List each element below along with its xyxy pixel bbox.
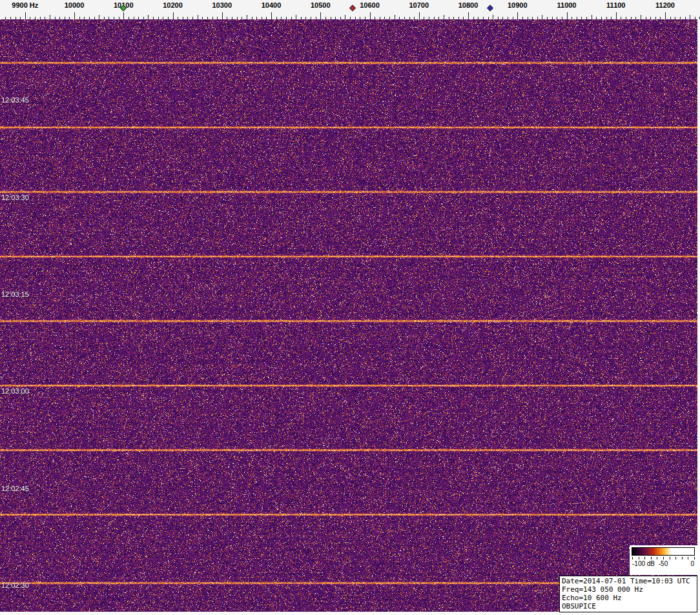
freq-tick (370, 12, 371, 19)
colorbar-tick (644, 557, 645, 560)
time-label-120300: 12:03:00 (1, 387, 29, 395)
freq-tick (542, 15, 542, 19)
freq-tick (320, 12, 321, 19)
freq-tick (419, 12, 420, 19)
freq-tick (345, 15, 345, 19)
freq-tick (690, 15, 690, 19)
freq-tick (25, 12, 26, 19)
time-label-120345: 12:03:45 (1, 96, 29, 104)
info-frequency: Freq=143 050 000 Hz (562, 585, 695, 594)
spectrogram-app: 9900 Hz100001010010200103001040010500106… (0, 0, 700, 615)
freq-tick (641, 15, 641, 19)
time-label-120330: 12:03:30 (1, 194, 29, 201)
colorbar-tick (688, 557, 688, 560)
colorbar-tick (694, 557, 695, 560)
freq-tick (517, 12, 518, 19)
freq-label-10500: 10500 (311, 1, 331, 9)
waterfall-area: 12:03:4512:03:3012:03:1512:03:0012:02:45… (0, 19, 700, 615)
colorbar-tick (651, 557, 652, 560)
freq-tick (173, 12, 174, 19)
freq-label-10300: 10300 (212, 1, 232, 9)
freq-tick (148, 15, 149, 19)
freq-tick (616, 12, 617, 19)
freq-tick (567, 12, 568, 19)
colorbar-tick (682, 557, 683, 560)
colorbar-label-max: 0 (690, 560, 694, 567)
time-label-120230: 12:02:30 (1, 581, 29, 589)
freq-label-11200: 11200 (655, 1, 675, 9)
time-label-120315: 12:03:15 (1, 290, 29, 298)
colorbar-tick (663, 557, 664, 560)
freq-label-10600: 10600 (360, 1, 380, 9)
info-echo-freq: Echo=10 600 Hz (562, 594, 695, 602)
freq-label-10200: 10200 (163, 1, 183, 9)
colorbar-tick (657, 557, 657, 560)
marker-diamond-blue[interactable] (487, 5, 493, 12)
freq-tick (247, 15, 247, 19)
freq-tick (123, 12, 124, 19)
colorbar-labels: -100 dB -50 0 (632, 560, 694, 569)
freq-tick (665, 12, 666, 19)
freq-tick (74, 12, 75, 19)
freq-tick (592, 15, 592, 19)
freq-label-9900: 9900 Hz (12, 1, 38, 9)
colorbar-panel: -100 dB -50 0 (630, 545, 698, 575)
freq-label-11000: 11000 (557, 1, 577, 9)
colorbar-label-mid: -50 (659, 560, 668, 567)
info-station-id: OBSUPICE (562, 602, 695, 610)
colorbar-label-min: -100 dB (632, 560, 655, 567)
colorbar-gradient (632, 547, 695, 556)
freq-tick (50, 15, 50, 19)
colorbar-tick (632, 557, 633, 560)
freq-tick (296, 15, 296, 19)
colorbar-tick (670, 557, 670, 560)
colorbar-tick (675, 557, 676, 560)
freq-tick (493, 15, 493, 19)
freq-tick (222, 12, 223, 19)
freq-tick (444, 15, 444, 19)
freq-label-10900: 10900 (508, 1, 528, 9)
freq-label-10000: 10000 (65, 1, 85, 9)
freq-label-10700: 10700 (409, 1, 429, 9)
freq-label-10400: 10400 (262, 1, 282, 9)
colorbar-ticks (632, 557, 694, 560)
freq-label-11100: 11100 (606, 1, 625, 9)
freq-tick (468, 12, 469, 19)
waterfall-canvas (0, 19, 697, 612)
status-info-box: Date=2014-07-01 Time=10:03 UTC Freq=143 … (559, 576, 697, 612)
frequency-ruler[interactable]: 9900 Hz100001010010200103001040010500106… (0, 0, 700, 19)
freq-label-10800: 10800 (458, 1, 479, 9)
info-date-time: Date=2014-07-01 Time=10:03 UTC (562, 577, 695, 585)
time-label-120245: 12:02:45 (1, 485, 29, 492)
colorbar-tick (639, 557, 639, 560)
freq-tick (271, 12, 272, 19)
freq-tick (99, 15, 99, 19)
freq-tick (198, 15, 198, 19)
freq-tick (395, 15, 395, 19)
marker-diamond-red[interactable] (349, 5, 356, 12)
